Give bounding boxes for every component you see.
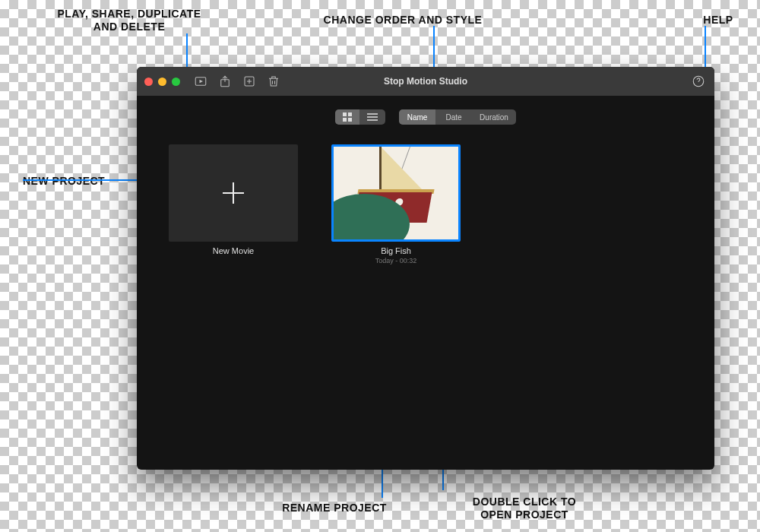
project-subtitle: Today - 00:32 [375,257,417,264]
svg-rect-6 [348,112,352,116]
view-mode-segment [335,109,385,125]
list-view-button[interactable] [359,109,385,125]
new-project-thumbnail[interactable] [169,144,298,242]
window-zoom-button[interactable] [172,78,180,86]
svg-rect-11 [367,119,378,121]
annotation-play-share: PLAY, SHARE, DUPLICATE AND DELETE [53,8,205,33]
thumbnail-art [379,147,382,194]
traffic-lights [137,78,180,86]
annotation-open: DOUBLE CLICK TO OPEN PROJECT [448,496,600,521]
new-project-tile[interactable]: New Movie [169,144,298,264]
titlebar: Stop Motion Studio [137,67,714,96]
annotation-line [186,33,188,71]
help-button[interactable] [692,74,705,88]
annotation-rename: RENAME PROJECT [258,502,410,515]
project-title[interactable]: Big Fish [381,246,411,255]
share-icon[interactable] [218,74,232,88]
app-window: Stop Motion Studio Name Date Duration Ne… [137,67,714,470]
projects-grid: New Movie Big Fish Today - 00:32 [137,129,714,280]
sort-duration-button[interactable]: Duration [472,109,516,125]
annotation-change-order: CHANGE ORDER AND STYLE [304,14,502,27]
window-minimize-button[interactable] [158,78,166,86]
grid-view-button[interactable] [335,109,359,125]
project-tile[interactable]: Big Fish Today - 00:32 [331,144,461,264]
svg-marker-1 [200,80,204,84]
project-thumbnail[interactable] [331,144,461,242]
sort-segment: Name Date Duration [399,109,516,125]
view-controls: Name Date Duration [137,105,714,129]
delete-icon[interactable] [267,74,280,88]
sort-name-button[interactable]: Name [399,109,435,125]
thumbnail-art [380,144,423,192]
toolbar-actions [194,74,280,88]
new-project-label: New Movie [213,246,254,255]
duplicate-icon[interactable] [242,74,256,88]
svg-rect-5 [343,112,347,116]
annotation-new-project: NEW PROJECT [23,175,129,188]
annotation-help: HELP [692,14,745,27]
svg-rect-7 [343,118,347,122]
svg-rect-10 [367,116,378,118]
play-icon[interactable] [194,74,207,88]
sort-date-button[interactable]: Date [435,109,472,125]
svg-rect-8 [348,118,352,122]
plus-icon [218,178,249,208]
window-close-button[interactable] [144,78,153,86]
svg-rect-9 [367,113,378,115]
